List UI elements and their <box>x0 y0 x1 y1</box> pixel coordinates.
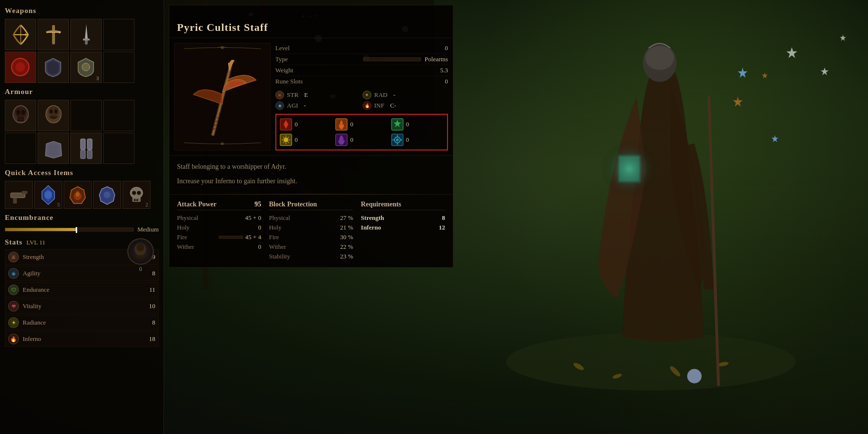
stat-row-inferno: 🔥 Inferno 18 <box>5 331 159 347</box>
svg-rect-70 <box>87 150 92 159</box>
dmg-sun-icon <box>279 133 293 147</box>
svg-point-58 <box>50 109 53 113</box>
stone-icon <box>96 184 118 206</box>
item-panel-body: Level 0 Type Polearms Weight 5.3 Rune Sl… <box>169 38 453 155</box>
dmg-row-1: 0 <box>279 118 333 131</box>
str-scaling-icon: ⚔ <box>275 91 284 99</box>
weapon-slot-5[interactable] <box>5 52 36 83</box>
agility-label: Agility <box>23 270 41 277</box>
weapon-slot-7-badge: 3 <box>96 75 99 81</box>
svg-rect-68 <box>87 139 92 149</box>
svg-marker-31 <box>821 68 828 75</box>
block-protection-col: Block Protection Physical 27 % Holy 21 %… <box>269 201 353 261</box>
svg-point-98 <box>221 142 224 145</box>
weapon-slot-3[interactable] <box>70 19 102 50</box>
svg-point-52 <box>21 110 25 115</box>
svg-point-79 <box>76 191 80 197</box>
armour-slot-8[interactable] <box>103 133 135 164</box>
item-title: Pyric Cultist Staff <box>177 21 445 34</box>
crystal-icon <box>38 184 59 206</box>
svg-point-82 <box>130 187 143 199</box>
weapon-slot-8[interactable] <box>103 52 135 83</box>
quick-slot-4[interactable] <box>93 181 121 209</box>
chest-icon <box>41 136 66 161</box>
armour-slot-6[interactable] <box>38 133 69 164</box>
item-image-area <box>174 43 271 150</box>
ap-physical-row: Physical 45 + 0 <box>177 213 261 223</box>
armour-slot-3[interactable] <box>70 100 102 131</box>
dmg-holy-icon <box>391 118 404 131</box>
dmg-row-4: 0 <box>279 133 333 147</box>
svg-marker-30 <box>787 47 797 58</box>
weapon-slot-2[interactable] <box>38 19 69 50</box>
soul-count: 0 <box>139 266 142 273</box>
svg-rect-45 <box>85 41 88 44</box>
helm-icon <box>9 104 33 128</box>
desc-line-1: Staff belonging to a worshipper of Adyr. <box>177 162 445 172</box>
quick-slot-2[interactable]: 5 <box>34 181 62 209</box>
armour-slot-5[interactable] <box>5 133 36 164</box>
dmg-row-3: 0 <box>391 118 444 131</box>
weapons-grid: 3 <box>5 19 159 83</box>
bp-physical-row: Physical 27 % <box>269 213 353 223</box>
dmg-wither-icon <box>335 133 348 147</box>
stat-line-type: Type Polearms <box>275 54 448 65</box>
svg-rect-40 <box>52 25 55 44</box>
quick-slot-2-badge: 5 <box>57 202 60 207</box>
radiance-icon: ✦ <box>8 317 19 328</box>
armour-slot-4[interactable] <box>103 100 135 131</box>
svg-rect-67 <box>81 139 85 149</box>
req-strength-row: Strength 8 <box>361 213 445 223</box>
scaling-inf: 🔥 INF C- <box>363 101 448 110</box>
scaling-agi: ◈ AGI - <box>275 101 361 110</box>
armour-grid <box>5 100 159 164</box>
encumbrance-bar <box>5 228 134 231</box>
weapon-slot-1[interactable] <box>5 19 36 50</box>
weapon-slot-4[interactable] <box>103 19 135 50</box>
vitality-icon: ❤ <box>8 301 19 312</box>
svg-rect-72 <box>22 191 27 194</box>
item-description: Staff belonging to a worshipper of Adyr.… <box>169 155 453 194</box>
svg-point-51 <box>16 110 20 115</box>
stats-level: LVL 11 <box>27 239 45 246</box>
weapon-slot-7[interactable]: 3 <box>70 52 102 83</box>
scaling-rad: ✦ RAD - <box>363 91 448 99</box>
quick-slot-3[interactable] <box>64 181 92 209</box>
svg-point-29 <box>687 369 702 383</box>
dagger-icon <box>74 23 98 47</box>
svg-point-103 <box>284 137 288 142</box>
dmg-row-2: 0 <box>335 118 388 131</box>
ember-icon <box>67 184 89 206</box>
armour-slot-7[interactable] <box>70 133 102 164</box>
quick-slot-5[interactable]: 2 <box>122 181 150 209</box>
endurance-icon: 🛡 <box>8 285 19 295</box>
dmg-radiance-icon <box>391 133 404 147</box>
armour-slot-2[interactable] <box>38 100 69 131</box>
bp-stability-row: Stability 23 % <box>269 252 353 261</box>
svg-marker-33 <box>738 68 747 78</box>
svg-point-81 <box>104 191 110 198</box>
stat-row-endurance: 🛡 Endurance 11 <box>5 282 159 298</box>
stat-line-weight: Weight 5.3 <box>275 65 448 76</box>
stat-line-level: Level 0 <box>275 43 448 54</box>
svg-point-48 <box>82 63 90 71</box>
shield2-icon <box>75 56 97 78</box>
shield1-icon <box>42 56 64 78</box>
svg-rect-73 <box>13 198 17 203</box>
ornament-top: · · · <box>177 11 445 21</box>
inferno-label: Inferno <box>23 335 41 343</box>
attack-power-header: Attack Power 95 <box>177 201 261 210</box>
weapon-slot-6[interactable] <box>38 52 69 83</box>
dmg-physical-icon <box>279 118 293 131</box>
quick-slot-5-badge: 2 <box>146 202 148 207</box>
inferno-icon: 🔥 <box>8 334 19 344</box>
left-panel: Weapons <box>0 0 164 434</box>
svg-point-47 <box>15 62 25 72</box>
armour-slot-1[interactable] <box>5 100 36 131</box>
svg-point-17 <box>506 333 796 391</box>
fire-bar-decoration <box>219 236 243 239</box>
quick-slot-1[interactable] <box>5 181 33 209</box>
svg-point-85 <box>137 191 141 195</box>
encumbrance-fill <box>5 228 76 231</box>
item-panel-header: · · · Pyric Cultist Staff <box>169 5 453 38</box>
